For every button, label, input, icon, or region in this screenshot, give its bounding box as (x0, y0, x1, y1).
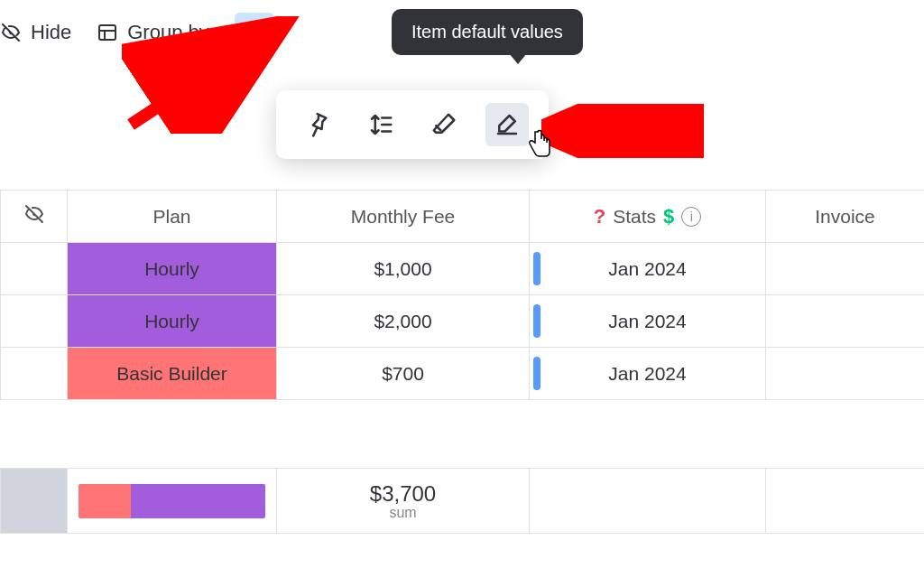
tooltip-text: Item default values (411, 22, 563, 42)
column-header-invoice[interactable]: Invoice (766, 191, 925, 243)
clear-formatting-button[interactable] (422, 103, 466, 146)
bar-segment-purple (131, 484, 265, 518)
cell-value: Basic Builder (116, 363, 227, 384)
row-handle[interactable] (1, 348, 68, 400)
cell-monthly-fee[interactable]: $1,000 (277, 243, 530, 295)
row-handle[interactable] (1, 295, 68, 348)
eye-off-icon (23, 208, 45, 228)
cell-invoice[interactable] (766, 295, 925, 348)
pin-button[interactable] (296, 103, 339, 146)
column-label: Plan (152, 206, 190, 227)
summary-handle[interactable] (1, 469, 68, 534)
cell-stats[interactable]: Jan 2024 (530, 348, 766, 400)
board-settings-popover (276, 90, 549, 159)
cell-plan[interactable]: Hourly (68, 295, 277, 348)
cell-monthly-fee[interactable]: $2,000 (277, 295, 530, 348)
summary-plan-distribution[interactable] (68, 469, 277, 534)
status-bar-icon (533, 304, 541, 338)
cell-value: Hourly (144, 311, 199, 331)
annotation-arrow-icon (541, 104, 704, 158)
column-header-monthly-fee[interactable]: Monthly Fee (277, 191, 530, 243)
cell-invoice[interactable] (766, 348, 925, 400)
distribution-bars (79, 484, 265, 518)
summary-amount: $3,700 (278, 481, 528, 507)
cell-value: $2,000 (374, 311, 431, 331)
pin-icon (304, 111, 331, 138)
cell-plan[interactable]: Basic Builder (68, 348, 277, 400)
header-row: Plan Monthly Fee ? Stats $ i Invoice (1, 191, 925, 243)
table-row[interactable]: Hourly $2,000 Jan 2024 (1, 295, 925, 348)
column-label: Invoice (815, 206, 875, 227)
info-icon[interactable]: i (681, 207, 701, 227)
column-label: Stats (613, 206, 656, 228)
svg-rect-0 (99, 25, 116, 40)
summary-function-label: sum (278, 505, 528, 521)
annotation-arrow-icon (122, 16, 302, 134)
group-by-icon (97, 22, 118, 43)
cell-stats[interactable]: Jan 2024 (530, 295, 766, 348)
tooltip: Item default values (392, 9, 583, 55)
hand-cursor-icon (523, 126, 556, 164)
row-height-icon (367, 111, 394, 138)
cell-stats[interactable]: Jan 2024 (530, 243, 766, 295)
column-label: Monthly Fee (351, 206, 456, 227)
summary-stats[interactable] (530, 469, 766, 534)
status-bar-icon (533, 357, 541, 390)
row-select-header[interactable] (1, 191, 68, 243)
board-table: Plan Monthly Fee ? Stats $ i Invoice Hou… (0, 190, 924, 400)
summary-row: $3,700 sum (1, 469, 925, 534)
cell-monthly-fee[interactable]: $700 (277, 348, 530, 400)
cell-value: Hourly (144, 258, 199, 279)
summary-section: $3,700 sum (0, 452, 924, 534)
eye-off-icon (0, 22, 22, 43)
question-icon: ? (594, 205, 605, 228)
item-default-values-button[interactable] (485, 103, 529, 146)
summary-monthly-fee[interactable]: $3,700 sum (277, 469, 530, 534)
cell-value: Jan 2024 (608, 363, 686, 384)
cell-value: $700 (382, 363, 424, 384)
column-header-stats[interactable]: ? Stats $ i (530, 191, 766, 243)
status-bar-icon (533, 252, 541, 285)
bar-segment-coral (79, 484, 131, 518)
row-handle[interactable] (1, 243, 68, 295)
summary-invoice[interactable] (766, 469, 925, 534)
table-row[interactable]: Basic Builder $700 Jan 2024 (1, 348, 925, 400)
cell-value: Jan 2024 (608, 311, 686, 331)
table-row[interactable]: Hourly $1,000 Jan 2024 (1, 243, 925, 295)
row-height-button[interactable] (359, 103, 402, 146)
dollar-icon: $ (663, 205, 674, 228)
hide-button[interactable]: Hide (0, 21, 71, 44)
eraser-icon (430, 111, 457, 138)
stats-header-content: ? Stats $ i (533, 205, 762, 228)
cell-invoice[interactable] (766, 243, 925, 295)
cell-plan[interactable]: Hourly (68, 243, 277, 295)
hide-label: Hide (31, 21, 71, 44)
edit-underline-icon (494, 111, 521, 138)
column-header-plan[interactable]: Plan (68, 191, 277, 243)
svg-line-3 (131, 33, 271, 125)
cell-value: $1,000 (374, 258, 431, 279)
cell-value: Jan 2024 (608, 258, 686, 279)
